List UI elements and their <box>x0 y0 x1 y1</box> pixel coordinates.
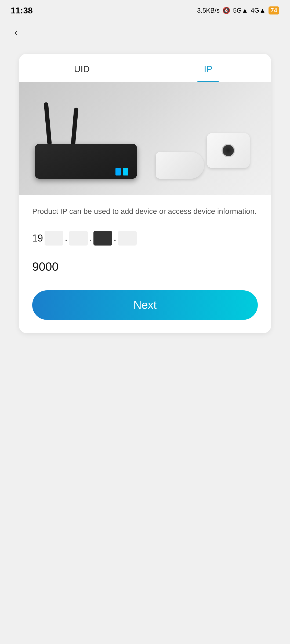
speed-indicator: 3.5KB/s <box>197 7 220 14</box>
ip-octet-1[interactable] <box>45 231 63 246</box>
tab-bar: UID IP <box>19 54 271 82</box>
ip-dot-1: . <box>65 233 67 243</box>
ip-octet-4[interactable] <box>118 231 137 246</box>
tab-uid[interactable]: UID <box>19 54 145 82</box>
tab-ip[interactable]: IP <box>145 54 271 82</box>
status-right: 3.5KB/s 🔇 5G▲ 4G▲ 74 <box>197 6 279 14</box>
ip-octet-2[interactable] <box>69 231 88 246</box>
antenna-right <box>71 108 78 145</box>
status-bar: 11:38 3.5KB/s 🔇 5G▲ 4G▲ 74 <box>0 0 290 19</box>
signal-5g-icon: 5G▲ <box>233 7 248 14</box>
status-time: 11:38 <box>11 6 33 16</box>
input-section: 19 . . . 9000 <box>19 226 271 277</box>
mute-icon: 🔇 <box>222 7 230 14</box>
ip-prefix: 19 <box>32 233 43 244</box>
camera-lens <box>222 144 235 157</box>
back-button[interactable]: ‹ <box>8 24 24 40</box>
ip-dot-3: . <box>114 233 116 243</box>
description-text: Product IP can be used to add device or … <box>19 195 271 226</box>
router-body <box>35 144 137 179</box>
battery-indicator: 74 <box>269 6 279 14</box>
signal-4g-icon: 4G▲ <box>251 7 266 14</box>
ip-input-row: 19 . . . <box>32 231 258 249</box>
port-input-row: 9000 <box>32 260 258 277</box>
router-scene <box>19 82 271 195</box>
ip-octet-3[interactable] <box>93 231 112 246</box>
antenna-left <box>44 102 52 145</box>
main-card: UID IP Product IP can be used to add dev… <box>19 54 271 333</box>
port-value[interactable]: 9000 <box>32 260 258 273</box>
camera-side <box>156 152 204 179</box>
camera-top <box>207 133 250 168</box>
device-image <box>19 82 271 195</box>
chevron-left-icon: ‹ <box>14 27 18 38</box>
ip-dot-2: . <box>89 233 92 243</box>
next-button[interactable]: Next <box>32 290 258 320</box>
